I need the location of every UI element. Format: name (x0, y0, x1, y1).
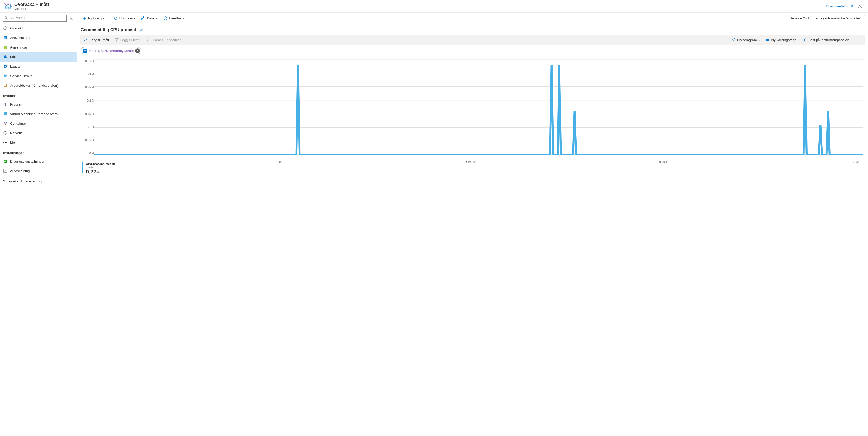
svg-point-21 (165, 18, 165, 18)
smiley-icon (163, 16, 167, 21)
alert-icon (3, 45, 7, 49)
time-range-picker[interactable]: Senaste 24 timmarna (automatiskt – 5 min… (786, 15, 865, 22)
sidebar-item-loggar[interactable]: Loggar (0, 62, 76, 71)
refresh-icon (114, 16, 118, 21)
add-metric-button[interactable]: Lägg till mått (82, 36, 111, 43)
metric-chip[interactable]: sql master, CPU-procent, Medel (81, 47, 141, 54)
sidebar-item-n-tverk[interactable]: Nätverk (0, 128, 76, 138)
svg-point-2 (8, 3, 9, 4)
logs-icon (3, 64, 7, 68)
line-chart-icon (731, 38, 736, 42)
svg-point-3 (11, 6, 12, 7)
sidebar: ÖversiktAktivitetsloggAviseringarMåttLog… (0, 13, 77, 436)
external-link-icon (850, 4, 854, 8)
y-tick-label: 0 % (82, 152, 94, 155)
sidebar-item-virtual-machines-f-rhandsvers-[interactable]: Virtual Machines (förhandsvers... (0, 109, 76, 119)
sidebar-item-mer[interactable]: •••Mer (0, 138, 76, 147)
svg-rect-10 (4, 84, 6, 87)
y-tick-label: 0,2 % (82, 99, 94, 102)
page-subtitle: Microsoft (14, 7, 826, 10)
chevron-down-icon: ▾ (156, 17, 157, 20)
svg-rect-11 (5, 105, 6, 106)
sidebar-item-containrar[interactable]: Containrar (0, 119, 76, 128)
sidebar-item-autoskalning[interactable]: Autoskalning (0, 166, 76, 176)
x-tick-label: Ons 19 (466, 160, 475, 163)
more-options-button[interactable]: ··· (856, 38, 863, 42)
svg-point-22 (166, 18, 166, 18)
more-icon: ••• (3, 140, 7, 145)
sidebar-item--versikt[interactable]: Översikt (0, 23, 76, 33)
svg-rect-23 (766, 39, 769, 41)
health-icon (3, 74, 7, 78)
container-icon (3, 121, 7, 125)
chart-title: Genomsnittlig CPU-procent (81, 28, 136, 32)
legend-resource: master (86, 165, 115, 169)
search-input[interactable] (9, 17, 65, 20)
gauge-icon (3, 26, 7, 30)
y-tick-label: 0,1 % (82, 125, 94, 129)
bulb-icon (3, 102, 7, 106)
diag-icon (3, 159, 7, 163)
monitor-logo-icon (4, 3, 12, 10)
sidebar-item-aktivitetslogg[interactable]: Aktivitetslogg (0, 33, 76, 42)
split-icon (145, 38, 149, 42)
svg-point-1 (6, 5, 7, 6)
legend-color-bar (82, 162, 83, 173)
sidebar-section-header: Insikter (0, 90, 76, 99)
refresh-button[interactable]: Uppdatera (111, 14, 137, 22)
vm-icon (3, 112, 7, 116)
autoscale-icon (3, 169, 7, 173)
documentation-link[interactable]: Dokumentation (826, 4, 854, 8)
svg-point-20 (164, 17, 167, 20)
svg-rect-18 (4, 160, 7, 163)
collapse-sidebar-icon[interactable] (68, 15, 74, 21)
chip-metric: CPU-procent, (101, 49, 123, 53)
page-title: Övervaka – mått (14, 2, 826, 7)
sidebar-item-aviseringar[interactable]: Aviseringar (0, 42, 76, 52)
sidebar-item-arbetsb-cker-f-rhandsversion-[interactable]: Arbetsböcker (förhandsversion) (0, 81, 76, 90)
legend-value: 0,22% (86, 169, 115, 175)
filter-icon (115, 38, 119, 42)
apply-splitting-button[interactable]: Tillämpa uppdelning (143, 36, 184, 43)
svg-point-14 (4, 122, 5, 124)
add-metric-icon (84, 38, 88, 42)
edit-title-button[interactable] (139, 28, 144, 32)
chevron-down-icon: ▾ (759, 38, 761, 41)
add-filter-button[interactable]: Lägg till filter (113, 36, 142, 43)
new-chart-button[interactable]: Nytt diagram (80, 14, 110, 22)
new-alert-rule-button[interactable]: Ny varningsregel (764, 36, 800, 43)
chip-aggregation: Medel (124, 49, 134, 53)
sidebar-section-header: Inställningar (0, 147, 76, 156)
pin-to-dashboard-button[interactable]: Fäst på instrumentpanelen ▾ (800, 36, 855, 43)
y-tick-label: 0,05 % (82, 138, 94, 142)
sidebar-item-program[interactable]: Program (0, 99, 76, 109)
chart: 0,35 %0,3 %0,25 %0,2 %0,15 %0,1 %0,05 %0… (82, 59, 863, 160)
x-tick-label: 06:00 (659, 160, 667, 163)
sidebar-item-service-health[interactable]: Service Health (0, 71, 76, 81)
sidebar-item-diagnostikinst-llningar[interactable]: Diagnostikinställningar (0, 156, 76, 166)
svg-point-15 (6, 122, 7, 124)
y-tick-label: 0,25 % (82, 86, 94, 89)
chart-type-dropdown[interactable]: Linjediagram ▾ (729, 36, 762, 43)
x-tick-label: 18:00 (275, 160, 283, 163)
legend-label: CPU-procent (medel) (86, 162, 115, 165)
svg-rect-13 (4, 115, 6, 115)
y-tick-label: 0,35 % (82, 59, 94, 63)
share-button[interactable]: Dela ▾ (139, 14, 160, 22)
remove-metric-button[interactable] (135, 48, 140, 53)
chevron-down-icon: ▾ (186, 17, 188, 20)
feedback-button[interactable]: Feedback ▾ (161, 14, 190, 22)
log-icon (3, 35, 7, 40)
svg-rect-7 (4, 46, 7, 49)
sidebar-item-m-tt[interactable]: Mått (0, 52, 76, 62)
svg-point-16 (5, 124, 6, 125)
chevron-down-icon: ▾ (851, 38, 852, 41)
svg-point-4 (5, 17, 7, 19)
metrics-icon (3, 55, 7, 59)
chip-resource: master, (89, 49, 100, 53)
x-tick-label: 12:00 (851, 160, 859, 163)
alert-icon (766, 38, 770, 42)
y-tick-label: 0,3 % (82, 73, 94, 76)
close-button[interactable] (856, 3, 864, 10)
svg-point-0 (4, 3, 5, 4)
